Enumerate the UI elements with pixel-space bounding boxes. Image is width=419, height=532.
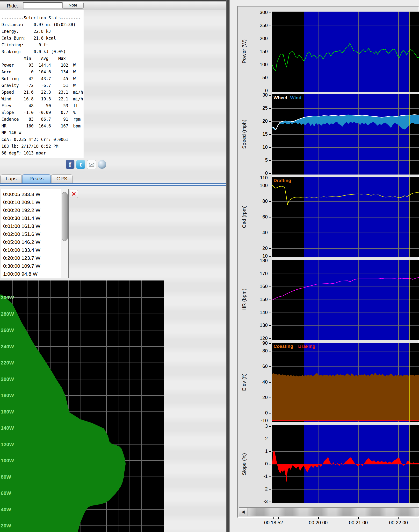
hr-tick-mark: [269, 274, 271, 274]
speed-tick-mark: [269, 173, 271, 174]
pane-splitter[interactable]: [226, 0, 230, 532]
twitter-share-icon[interactable]: t: [76, 160, 85, 169]
peak-row[interactable]: 1:00:00 94.8 W: [3, 270, 38, 278]
speed-plot[interactable]: [272, 94, 419, 174]
scroll-left-arrow-icon[interactable]: ◀: [239, 508, 248, 516]
hr-tick-label: 180: [248, 258, 268, 263]
cad-legend-drafting: Drafting: [274, 178, 291, 183]
horizontal-scrollbar[interactable]: ◀: [239, 507, 419, 516]
elev-plot[interactable]: [272, 343, 419, 422]
close-peaks-button[interactable]: ✕: [70, 190, 78, 198]
speed-tick-label: 25: [248, 105, 268, 111]
slope-tick-mark: [269, 502, 271, 502]
speed-tick-label: 15: [248, 131, 268, 137]
cad-tick-mark: [269, 217, 271, 218]
hr-tick-mark: [269, 338, 271, 339]
pd-axis-label: 120W: [1, 442, 14, 447]
power-plot[interactable]: [272, 12, 419, 92]
peak-row[interactable]: 0:30:00 109.7 W: [3, 262, 40, 270]
cad-tick-label: 40: [248, 230, 268, 235]
peaks-list[interactable]: 0:00:05 233.8 W0:00:10 209.1 W0:00:20 19…: [1, 189, 69, 278]
cad-axis-title: Cad (rpm): [241, 193, 247, 241]
hr-tick-mark: [269, 261, 271, 261]
speed-legend-wind: Wind: [290, 95, 301, 100]
cad-tick-mark: [269, 256, 271, 257]
pd-axis-label: 80W: [1, 474, 11, 480]
pd-axis-label: 180W: [1, 393, 14, 398]
peak-row[interactable]: 0:20:00 123.7 W: [3, 254, 40, 262]
slope-tick-label: 1: [248, 448, 268, 454]
peak-row[interactable]: 0:00:20 192.2 W: [3, 206, 40, 214]
cad-tick-label: 110: [248, 175, 268, 181]
pd-axis-label: 140W: [1, 425, 14, 431]
pd-axis-label: 160W: [1, 409, 14, 415]
tab-laps[interactable]: Laps: [0, 174, 22, 183]
peak-row[interactable]: 0:10:00 133.4 W: [3, 246, 40, 254]
slope-tick-label: 0: [248, 461, 268, 467]
email-share-icon[interactable]: ✉: [87, 160, 96, 169]
peak-row[interactable]: 0:01:00 161.8 W: [3, 222, 40, 230]
speed-tick-mark: [269, 160, 271, 161]
power-tick-mark: [269, 39, 271, 39]
peak-row[interactable]: 0:05:00 146.2 W: [3, 238, 40, 246]
tab-gps[interactable]: GPS: [51, 174, 73, 183]
cad-tick-label: 60: [248, 214, 268, 220]
time-tick: [358, 517, 359, 519]
peak-power-curve-chart[interactable]: 300W280W260W240W220W200W180W160W140W120W…: [0, 281, 164, 532]
speed-tick-label: 20: [248, 118, 268, 124]
power-tick-mark: [269, 65, 271, 65]
google-earth-icon[interactable]: [98, 160, 106, 169]
slope-tick-mark: [269, 439, 271, 439]
elev-tick-label: 80: [248, 348, 268, 354]
hr-tick-mark: [269, 299, 271, 300]
slope-tick-label: 3: [248, 423, 268, 429]
hr-tick-mark: [269, 325, 271, 326]
hr-tick-label: 150: [248, 297, 268, 302]
speed-tick-mark: [269, 147, 271, 148]
time-tick: [278, 517, 279, 519]
peaks-scrollbar[interactable]: [61, 189, 68, 278]
slope-tick-mark: [269, 426, 271, 427]
hr-tick-label: 130: [248, 322, 268, 328]
time-tick: [273, 517, 274, 519]
elev-tick-mark: [269, 366, 271, 367]
slope-tick-mark: [269, 464, 271, 464]
close-icon: ✕: [71, 191, 76, 198]
hr-tick-label: 170: [248, 271, 268, 276]
peak-row[interactable]: 0:00:05 233.8 W: [3, 190, 40, 198]
power-tick-label: 150: [248, 49, 268, 54]
peak-row[interactable]: 0:00:30 181.4 W: [3, 214, 40, 222]
pd-axis-label: 200W: [1, 376, 14, 382]
ride-name-input[interactable]: [23, 2, 63, 9]
elev-tick-label: -10: [248, 418, 268, 423]
peak-row[interactable]: 0:00:10 209.1 W: [3, 198, 40, 206]
cad-plot[interactable]: [272, 177, 419, 257]
hr-tick-label: 140: [248, 310, 268, 315]
cad-tick-mark: [269, 186, 271, 186]
tab-peaks[interactable]: Peaks: [22, 174, 51, 183]
pd-axis-label: 60W: [1, 490, 11, 496]
hr-plot[interactable]: [272, 260, 419, 340]
pd-axis-label: 300W: [1, 295, 14, 300]
pd-axis-label: 40W: [1, 507, 11, 512]
slope-tick-label: -2: [248, 486, 268, 492]
hr-tick-label: 160: [248, 284, 268, 289]
slope-tick-mark: [269, 476, 271, 477]
elev-tick-mark: [269, 382, 271, 383]
hr-axis-title: HR (bpm): [241, 275, 247, 324]
speed-tick-mark: [269, 108, 271, 109]
speed-tick-mark: [269, 134, 271, 135]
power-tick-mark: [269, 12, 271, 13]
pd-axis-label: 240W: [1, 344, 14, 349]
elev-legend-braking: Braking: [298, 344, 315, 349]
power-tick-label: 50: [248, 75, 268, 80]
elev-tick-mark: [269, 421, 271, 421]
slope-plot[interactable]: [272, 425, 419, 503]
power-tick-label: 100: [248, 62, 268, 67]
peak-row[interactable]: 0:02:00 151.6 W: [3, 230, 40, 238]
cad-tick-label: 100: [248, 183, 268, 188]
elev-axis-title: Elev (ft): [241, 358, 247, 406]
facebook-share-icon[interactable]: f: [66, 160, 74, 169]
peaks-scrollbar-thumb[interactable]: [62, 192, 68, 241]
note-button[interactable]: Note: [62, 2, 84, 9]
